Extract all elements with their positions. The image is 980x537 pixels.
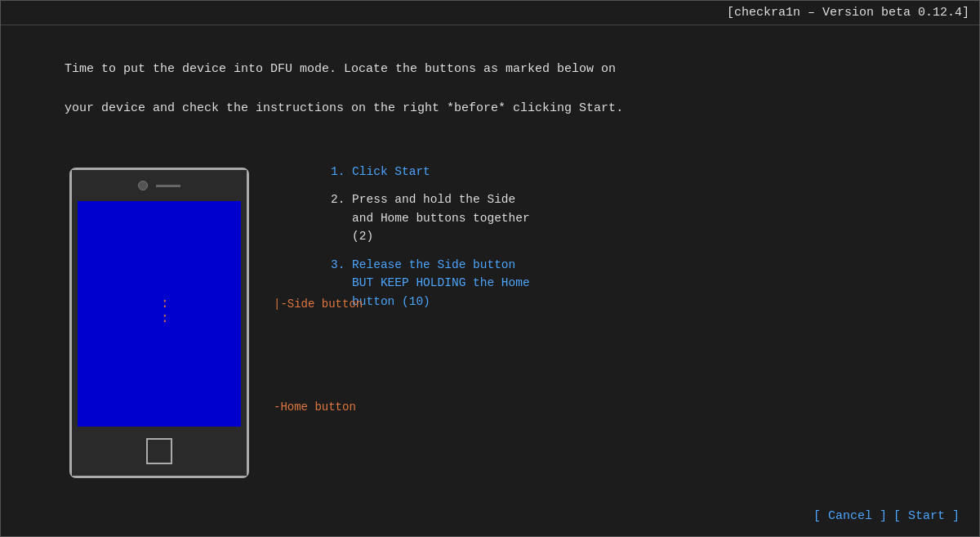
phone-camera-icon <box>138 181 148 190</box>
main-window: [checkra1n – Version beta 0.12.4] Time t… <box>0 0 980 537</box>
instruction-step-2: 2. Press and hold the Side and Home butt… <box>331 190 960 245</box>
cancel-button[interactable]: [ Cancel ] <box>813 509 887 523</box>
step1-label: 1. <box>331 165 345 178</box>
phone-speaker-icon <box>156 185 180 187</box>
phone-bottom-bar <box>72 427 247 476</box>
step2-line2: and Home buttons together <box>352 212 530 225</box>
intro-line2: your device and check the instructions o… <box>65 101 623 115</box>
instruction-step-3: 3. Release the Side button BUT KEEP HOLD… <box>331 256 960 311</box>
step3-label: 3. <box>331 258 345 271</box>
intro-text: Time to put the device into DFU mode. Lo… <box>20 40 960 138</box>
step3-line2: BUT KEEP HOLDING the Home <box>352 276 530 289</box>
step3-line1: Release the Side button <box>352 258 515 271</box>
title-text: [checkra1n – Version beta 0.12.4] <box>727 6 969 20</box>
content-area: Time to put the device into DFU mode. Lo… <box>1 25 979 501</box>
step3-line3: button (10) <box>352 295 430 308</box>
intro-line1: Time to put the device into DFU mode. Lo… <box>65 62 616 76</box>
side-button-indicator: :: <box>161 298 169 326</box>
title-bar: [checkra1n – Version beta 0.12.4] <box>1 1 979 25</box>
instructions-panel: 1. Click Start 2. Press and hold the Sid… <box>331 154 960 491</box>
instruction-step-1: 1. Click Start <box>331 163 960 181</box>
footer: [ Cancel ] [ Start ] <box>1 501 979 536</box>
main-area: :: |-Side button -Home button 1. Click S… <box>20 154 960 491</box>
home-button-label: -Home button <box>274 401 356 414</box>
step2-label: 2. <box>331 193 345 206</box>
step2-line1: Press and hold the Side <box>352 193 515 206</box>
phone-screen <box>78 201 241 427</box>
home-button-icon <box>146 438 172 464</box>
phone-diagram <box>69 168 249 478</box>
step2-line3: (2) <box>352 230 373 243</box>
step1-text: Click Start <box>352 165 430 178</box>
phone-container: :: |-Side button -Home button <box>20 154 298 491</box>
side-button-label: |-Side button <box>274 298 363 311</box>
start-button[interactable]: [ Start ] <box>893 509 960 523</box>
phone-top-bar <box>72 170 247 201</box>
